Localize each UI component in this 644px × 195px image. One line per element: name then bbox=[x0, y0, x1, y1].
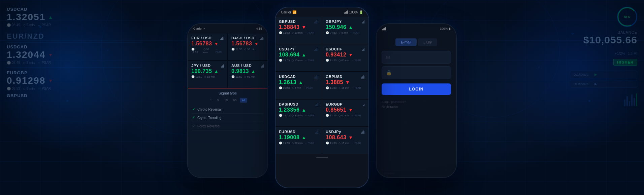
c-bar-4-4 bbox=[318, 76, 318, 79]
login-email-field[interactable]: ✉ bbox=[382, 51, 451, 64]
c-bar-2-4 bbox=[318, 48, 318, 51]
phone-left-meta-1: 🕐 11:53◇ 30 min bbox=[231, 48, 264, 51]
bg-ticker-meta-3: 🕐 03:53◇ 6 min↔ PSAR bbox=[7, 87, 141, 90]
bg-ticker-meta-2: 🕐 03:45◇ 8 min↔ PSAR bbox=[7, 61, 141, 65]
bg-ticker-symbol-4: GBPUSD bbox=[7, 93, 141, 98]
registration-link[interactable]: Registration bbox=[382, 105, 451, 108]
center-bars-8 bbox=[316, 130, 318, 134]
phone-left-meta-2: 🕐 11:53◇ 15 min bbox=[191, 75, 224, 78]
center-price-7: 0.85651 bbox=[326, 107, 346, 113]
phone-right: 100% ▮ E-mail LKey ✉ 🔒 LOGIN Forgot bbox=[376, 23, 457, 178]
phone-left-trade-grid: EUR / USD 1.56783 ▼ 🕐 11:53◇ 30 m bbox=[188, 33, 267, 88]
divider-1 bbox=[7, 42, 141, 43]
r-sig-1 bbox=[382, 29, 383, 30]
bg-trade-label-1: Dashboard bbox=[574, 73, 590, 76]
signal-tab-1[interactable]: 1 bbox=[208, 98, 214, 103]
c-bar-1-1 bbox=[362, 22, 363, 24]
bar-3-2 bbox=[262, 65, 263, 68]
center-symbol-6: DASHUSD bbox=[279, 102, 298, 106]
c-bar-2-3 bbox=[317, 48, 317, 51]
phone-left-status-left: Carrier • bbox=[193, 27, 205, 30]
phone-right-battery-icon: ▮ bbox=[449, 27, 451, 30]
circular-indicator: NFO bbox=[617, 7, 637, 27]
c-bar-1-3 bbox=[364, 20, 365, 24]
phone-left-meta-3: 🕐 11:53◇ 60 min bbox=[231, 75, 264, 78]
signal-tab-5[interactable]: 5 bbox=[215, 98, 221, 103]
phone-center-content: GBPUSD 1.38843 ▼ 🕐 11:53◇ 30 min↔ bbox=[276, 17, 368, 188]
bg-ticker-gbpusd-label: GBPUSD bbox=[7, 93, 141, 98]
phone-left-card-0: EUR / USD 1.56783 ▼ 🕐 11:53◇ 30 m bbox=[188, 33, 227, 60]
center-meta-3: 🕐 11:53◇ 60 min↔ PSAR bbox=[326, 59, 365, 62]
center-price-row-4: 1.2613 ▲ bbox=[279, 79, 318, 85]
phone-left-price-row-1: 1.56783 ▼ bbox=[231, 41, 264, 47]
phone-center-battery-icon: 🔋 bbox=[359, 10, 363, 14]
phone-left-meta-0: 🕐 11:53◇ 30 min↔ PSAR bbox=[191, 48, 224, 54]
c-bar-9-2 bbox=[362, 131, 363, 134]
center-arrow-1: ▲ bbox=[348, 25, 353, 30]
center-price-row-3: 0.93412 ▼ bbox=[326, 52, 365, 58]
phone-center-trade-grid: GBPUSD 1.38843 ▼ 🕐 11:53◇ 30 min↔ bbox=[276, 17, 368, 154]
center-price-row-2: 108.694 ▲ bbox=[279, 52, 318, 58]
center-price-row-7: 0.85651 ▼ bbox=[326, 107, 365, 113]
center-card-1: GBPJPY 150.946 ▲ 🕐 04:53◇ 5 min↔ PSAR bbox=[322, 17, 368, 44]
center-price-5: 1.3885 bbox=[326, 79, 343, 85]
phone-left-symbol-3: AUS / USD bbox=[231, 64, 252, 68]
phone-left-arrow-2: ▲ bbox=[214, 69, 219, 74]
phone-left-symbol-1: DASH / USD bbox=[231, 36, 255, 40]
signal-item-label-2: Forex Reversal bbox=[197, 124, 220, 128]
bg-ticker-symbol-3: EURGBP bbox=[7, 70, 141, 75]
signal-tab-all[interactable]: All bbox=[240, 98, 247, 103]
center-price-4: 1.2613 bbox=[279, 79, 296, 85]
center-card-7-header: EURGBP bbox=[326, 102, 365, 106]
bg-ticker-usdcad-2: USDCAD 1.32044 ▼ 🕐 03:45◇ 8 min↔ PSAR bbox=[7, 44, 141, 65]
phone-right-content: E-mail LKey ✉ 🔒 LOGIN Forgot password? R… bbox=[377, 33, 456, 178]
phone-left-status-right: 4:15 bbox=[256, 27, 262, 30]
signal-tab-10[interactable]: 10 bbox=[222, 98, 230, 103]
center-arrow-4: ▲ bbox=[298, 80, 303, 85]
check-icon-2: ✓ bbox=[192, 124, 195, 128]
sig-bar-3 bbox=[346, 11, 347, 14]
bar-1-1 bbox=[260, 39, 261, 40]
center-meta-5: 🕐 11:53◇ 15 min↔ PSAR bbox=[326, 86, 365, 89]
center-symbol-9: USDJPy bbox=[326, 130, 341, 134]
center-price-row-5: 1.3885 ▼ bbox=[326, 79, 365, 85]
center-card-5-header: GBPUSD bbox=[326, 75, 365, 79]
bg-trade-label-2: Dashboard bbox=[574, 82, 590, 86]
bg-right-trades-container: Dashboard ▶ Dashboard ▶ bbox=[570, 71, 637, 89]
login-button[interactable]: LOGIN bbox=[382, 83, 451, 95]
c-bar-0-1 bbox=[315, 22, 315, 24]
center-bars-7 bbox=[363, 102, 365, 106]
center-card-6-header: DASHUSD bbox=[279, 102, 318, 106]
signal-item-1: ✓ Crypto Trending bbox=[192, 114, 263, 122]
center-price-0: 1.38843 bbox=[279, 24, 299, 30]
forgot-password-link[interactable]: Forgot password? bbox=[382, 100, 451, 104]
phone-left-status-bar: Carrier • 4:15 bbox=[188, 24, 267, 33]
check-icon-1: ✓ bbox=[192, 115, 195, 120]
bar-0-1 bbox=[220, 39, 221, 40]
phone-left-card-3-header: AUS / USD bbox=[231, 64, 264, 68]
phones-container: Carrier • 4:15 EUR / USD bbox=[170, 0, 474, 195]
login-divider bbox=[382, 170, 451, 170]
center-symbol-2: USDJPY bbox=[279, 47, 295, 51]
bar-2-3 bbox=[223, 64, 224, 68]
bg-ticker-usdcad-1: USDCAD 1.32051 ▲ 🕐 03:45◇ 5 min↔ PSAR bbox=[7, 7, 141, 27]
login-tab-lkey[interactable]: LKey bbox=[418, 38, 437, 46]
login-spacer bbox=[382, 108, 451, 170]
login-password-field[interactable]: 🔒 bbox=[382, 66, 451, 79]
bar-1-3 bbox=[262, 37, 263, 40]
login-nav-label-1: Dashboard bbox=[382, 171, 451, 176]
center-meta-4: 🕐 03:53◇ 5 min↔ PSAR bbox=[279, 86, 318, 89]
center-bars-9 bbox=[361, 130, 365, 134]
phone-center-status-left: Carrier 📶 bbox=[281, 10, 296, 14]
phone-left-price-2: 100.735 bbox=[191, 68, 212, 74]
phone-left-content: EUR / USD 1.56783 ▼ 🕐 11:53◇ 30 m bbox=[188, 33, 267, 178]
login-nav-label-2: Dashboard › bbox=[382, 177, 451, 178]
bg-arrow-down-2: ▼ bbox=[48, 52, 53, 57]
signal-tab-60[interactable]: 60 bbox=[231, 98, 238, 103]
phone-right-status-right: 100% ▮ bbox=[440, 27, 451, 30]
login-tab-email[interactable]: E-mail bbox=[395, 38, 417, 46]
higher-badge: HIGHER bbox=[613, 59, 637, 66]
c-bar-5-4 bbox=[364, 76, 365, 79]
bg-ticker-price-3: 0.91298 bbox=[7, 75, 45, 86]
center-meta-9: 🕐 11:53◇ 15 min↔ PSAR bbox=[326, 142, 365, 145]
